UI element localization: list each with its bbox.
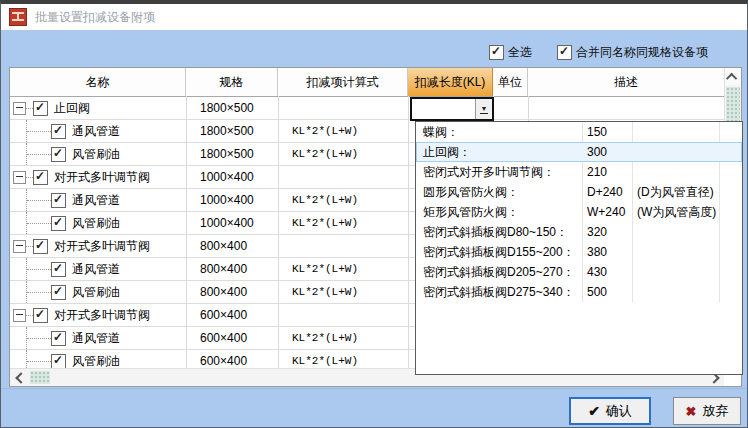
tree-line [27, 154, 51, 155]
combo-dropdown-button[interactable]: ▼ [475, 99, 492, 119]
row-checkbox[interactable] [51, 262, 66, 277]
scroll-up-button[interactable] [725, 68, 741, 85]
cell-spec: 1800×500 [186, 143, 278, 165]
dropdown-item[interactable]: 矩形风管防火阀：W+240(W为风管高度) [416, 202, 742, 222]
dropdown-item-selected[interactable]: 止回阀：300 [416, 142, 742, 162]
tree-line [27, 223, 51, 224]
merge-same-checkbox[interactable] [557, 45, 572, 60]
table-header: 名称 规格 扣减项计算式 扣减长度(KL) 单位 描述 [10, 68, 741, 97]
select-all-checkbox[interactable] [489, 45, 504, 60]
cell-formula [278, 166, 408, 188]
cell-unit [493, 97, 528, 119]
dropdown-item[interactable]: 密闭式斜插板阀D275~340：500 [416, 282, 742, 302]
merge-same-label: 合并同名称同规格设备项 [576, 44, 708, 61]
row-name: 对开式多叶调节阀 [54, 169, 150, 186]
row-checkbox[interactable] [33, 239, 48, 254]
cell-spec: 1000×400 [186, 212, 278, 234]
cell-spec: 1000×400 [186, 189, 278, 211]
kl-dropdown-popup: 蝶阀：150 止回阀：300 密闭式对开多叶调节阀：210 圆形风管防火阀：D+… [415, 121, 743, 375]
cell-formula: KL*2*(L+W) [278, 258, 408, 280]
dropdown-item[interactable]: 密闭式斜插板阀D155~200：380 [416, 242, 742, 262]
cell-spec: 600×400 [186, 327, 278, 349]
dropdown-item[interactable]: 蝶阀：150 [416, 122, 742, 142]
dropdown-item[interactable]: 密闭式斜插板阀D205~270：430 [416, 262, 742, 282]
tree-line [26, 108, 33, 109]
row-name: 风管刷油 [72, 146, 120, 163]
row-checkbox[interactable] [33, 308, 48, 323]
tree-line [27, 361, 51, 362]
tree-line [27, 200, 51, 201]
confirm-button[interactable]: ✔ 确认 [569, 397, 651, 425]
cancel-button[interactable]: ✖ 放弃 [673, 397, 741, 425]
footer-divider [1, 388, 747, 389]
row-name: 通风管道 [72, 123, 120, 140]
options-row: 全选 合并同名称同规格设备项 [1, 44, 747, 62]
tree-collapse-icon[interactable] [13, 240, 26, 253]
app-icon [9, 8, 27, 26]
row-name: 通风管道 [72, 192, 120, 209]
cell-desc [528, 97, 724, 119]
row-name: 对开式多叶调节阀 [54, 238, 150, 255]
cell-formula: KL*2*(L+W) [278, 120, 408, 142]
cell-spec: 1000×400 [186, 166, 278, 188]
x-icon: ✖ [686, 404, 697, 419]
row-checkbox[interactable] [33, 170, 48, 185]
row-name: 通风管道 [72, 330, 120, 347]
tree-collapse-icon[interactable] [13, 102, 26, 115]
row-name: 通风管道 [72, 261, 120, 278]
row-checkbox[interactable] [51, 285, 66, 300]
kl-editor-combo[interactable]: ▼ [410, 97, 494, 121]
tree-line [26, 246, 33, 247]
row-checkbox[interactable] [51, 216, 66, 231]
tree-line [26, 315, 33, 316]
row-checkbox[interactable] [51, 193, 66, 208]
title-bar: 批量设置扣减设备附项 [1, 4, 747, 30]
row-name: 风管刷油 [72, 284, 120, 301]
cancel-button-label: 放弃 [702, 402, 728, 420]
row-name: 风管刷油 [72, 215, 120, 232]
cell-spec: 800×400 [186, 281, 278, 303]
row-checkbox[interactable] [51, 331, 66, 346]
select-all-label: 全选 [508, 44, 532, 61]
row-name: 风管刷油 [72, 353, 120, 370]
cell-formula [278, 304, 408, 326]
cell-formula: KL*2*(L+W) [278, 143, 408, 165]
kl-editor-input[interactable] [412, 99, 475, 119]
header-kl[interactable]: 扣减长度(KL) [408, 68, 493, 96]
row-checkbox[interactable] [51, 124, 66, 139]
dialog-window: 批量设置扣减设备附项 全选 合并同名称同规格设备项 名称 规格 扣减项计算式 扣… [0, 0, 748, 428]
header-spec: 规格 [186, 68, 278, 96]
cell-formula: KL*2*(L+W) [278, 189, 408, 211]
header-name: 名称 [10, 68, 186, 96]
cell-spec: 1800×500 [186, 120, 278, 142]
dropdown-arrow-icon: ▼ [480, 105, 489, 114]
confirm-button-label: 确认 [606, 402, 632, 420]
chevron-up-icon [726, 72, 737, 83]
cell-formula [278, 97, 408, 119]
header-formula: 扣减项计算式 [278, 68, 408, 96]
cell-formula: KL*2*(L+W) [278, 212, 408, 234]
scroll-left-button[interactable] [12, 369, 29, 386]
horizontal-scroll-thumb[interactable] [30, 371, 50, 384]
dropdown-item[interactable]: 密闭式对开多叶调节阀：210 [416, 162, 742, 182]
header-desc: 描述 [528, 68, 724, 96]
table-row[interactable]: 止回阀 1800×500 [10, 97, 724, 120]
chevron-left-icon [15, 372, 26, 383]
dropdown-item[interactable]: 密闭式斜插板阀D80~150：320 [416, 222, 742, 242]
row-checkbox[interactable] [51, 147, 66, 162]
tree-line [27, 338, 51, 339]
dropdown-item[interactable]: 圆形风管防火阀：D+240(D为风管直径) [416, 182, 742, 202]
row-name: 止回阀 [54, 100, 90, 117]
tree-line [27, 269, 51, 270]
row-checkbox[interactable] [33, 101, 48, 116]
tree-line [26, 177, 33, 178]
tree-line [27, 292, 51, 293]
cell-formula: KL*2*(L+W) [278, 327, 408, 349]
tree-line [27, 131, 51, 132]
tree-collapse-icon[interactable] [13, 171, 26, 184]
cell-formula [278, 235, 408, 257]
tree-collapse-icon[interactable] [13, 309, 26, 322]
row-name: 对开式多叶调节阀 [54, 307, 150, 324]
cell-spec: 600×400 [186, 304, 278, 326]
row-checkbox[interactable] [51, 354, 66, 369]
